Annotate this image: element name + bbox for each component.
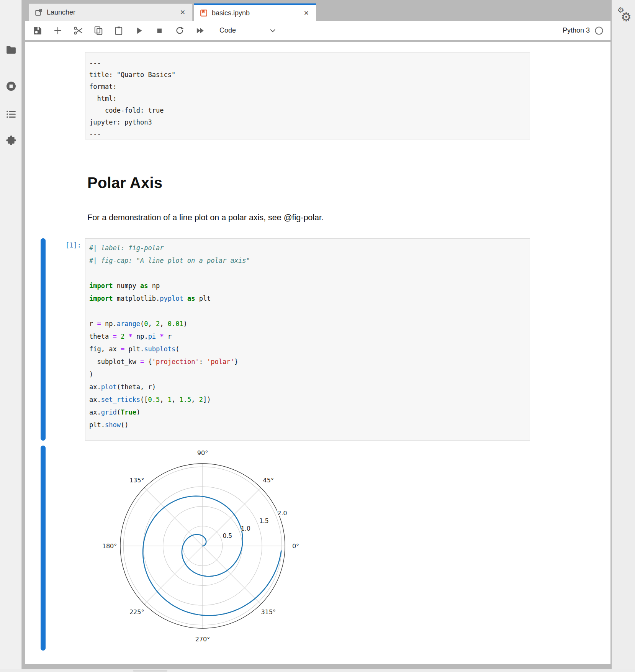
kernel-idle-circle-icon xyxy=(594,26,604,35)
polar-r-tick-label: 0.5 xyxy=(223,533,232,539)
notebook-content: ---title: "Quarto Basics"format: html: c… xyxy=(25,42,610,664)
insert-cell-button[interactable] xyxy=(52,25,64,37)
folder-icon xyxy=(5,44,17,56)
polar-r-tick-label: 1.5 xyxy=(259,518,269,524)
code-cell-editor[interactable]: #| label: fig-polar#| fig-cap: "A line p… xyxy=(85,238,530,441)
fast-forward-icon xyxy=(195,26,205,36)
file-browser-icon[interactable] xyxy=(5,43,18,56)
close-icon[interactable]: ✕ xyxy=(178,8,187,17)
save-button[interactable] xyxy=(31,25,44,37)
polar-r-tick-label: 2.0 xyxy=(278,510,287,517)
polar-theta-tick-label: 270° xyxy=(195,636,210,643)
run-cell-button[interactable] xyxy=(133,25,145,37)
output-cell-collapser[interactable] xyxy=(41,446,46,651)
polar-theta-tick-label: 225° xyxy=(129,608,144,616)
tab-launcher[interactable]: Launcher ✕ xyxy=(29,3,193,21)
plus-icon xyxy=(53,26,63,36)
cut-cells-button[interactable] xyxy=(72,25,84,37)
kernel-name[interactable]: Python 3 xyxy=(563,26,590,34)
launcher-icon xyxy=(34,8,43,16)
play-icon xyxy=(134,26,144,36)
kernel-status-indicator[interactable] xyxy=(594,26,604,35)
copy-cells-button[interactable] xyxy=(92,25,105,37)
extension-manager-icon[interactable] xyxy=(5,134,18,147)
list-icon xyxy=(5,108,17,120)
polar-plot-svg: 0°45°90°135°180°225°270°315°0.51.01.52.0 xyxy=(92,444,314,658)
notebook-toolbar: Code Python 3 xyxy=(25,21,610,40)
puzzle-icon xyxy=(5,135,17,146)
polar-r-tick-label: 1.0 xyxy=(241,525,250,532)
restart-icon xyxy=(175,26,185,36)
restart-run-all-button[interactable] xyxy=(194,25,206,37)
tab-launcher-label: Launcher xyxy=(47,8,178,16)
right-rail: ⚙ ⚙ xyxy=(612,0,635,672)
table-of-contents-icon[interactable] xyxy=(5,108,18,121)
polar-theta-tick-label: 45° xyxy=(263,477,274,484)
input-prompt: [1]: xyxy=(27,241,81,249)
chevron-down-icon xyxy=(268,26,277,35)
markdown-heading: Polar Axis xyxy=(87,174,162,192)
close-icon[interactable]: ✕ xyxy=(302,8,311,18)
paste-cells-button[interactable] xyxy=(113,25,125,37)
activity-bar xyxy=(0,0,22,669)
save-icon xyxy=(33,26,43,36)
polar-theta-tick-label: 315° xyxy=(261,608,276,616)
input-cell-collapser[interactable] xyxy=(41,238,46,441)
cell-type-dropdown[interactable]: Code xyxy=(219,26,277,35)
polar-spoke-gridline xyxy=(144,546,203,604)
kernel-area: Python 3 xyxy=(563,26,610,35)
gear-icon: ⚙ xyxy=(621,10,632,24)
jupyterlab-window: Launcher ✕ basics.ipynb ✕ xyxy=(0,0,635,672)
polar-theta-tick-label: 180° xyxy=(102,543,117,550)
clipboard-icon xyxy=(114,26,124,36)
interrupt-kernel-button[interactable] xyxy=(153,25,165,37)
markdown-paragraph: For a demonstration of a line plot on a … xyxy=(87,213,324,223)
cell-type-value: Code xyxy=(219,26,236,34)
scissors-icon xyxy=(73,26,83,36)
settings-gears-icon[interactable]: ⚙ ⚙ xyxy=(616,5,633,25)
yaml-raw-cell-editor[interactable]: ---title: "Quarto Basics"format: html: c… xyxy=(85,52,530,139)
scrollbar-thumb[interactable] xyxy=(133,670,167,672)
running-kernels-icon[interactable] xyxy=(5,80,18,93)
bottom-strip xyxy=(0,669,635,672)
polar-theta-tick-label: 135° xyxy=(129,477,144,484)
polar-plot-output: 0°45°90°135°180°225°270°315°0.51.01.52.0 xyxy=(92,444,314,658)
polar-spiral-line xyxy=(143,496,281,616)
stop-icon xyxy=(154,26,164,36)
tab-basics-ipynb[interactable]: basics.ipynb ✕ xyxy=(194,3,316,21)
stop-circle-icon xyxy=(5,80,17,92)
polar-spoke-gridline xyxy=(203,546,261,604)
polar-theta-tick-label: 90° xyxy=(197,449,208,457)
polar-theta-tick-label: 0° xyxy=(292,543,299,550)
restart-kernel-button[interactable] xyxy=(173,25,186,37)
notebook-icon xyxy=(200,9,208,17)
copy-icon xyxy=(93,26,103,36)
tab-basics-label: basics.ipynb xyxy=(212,9,302,17)
